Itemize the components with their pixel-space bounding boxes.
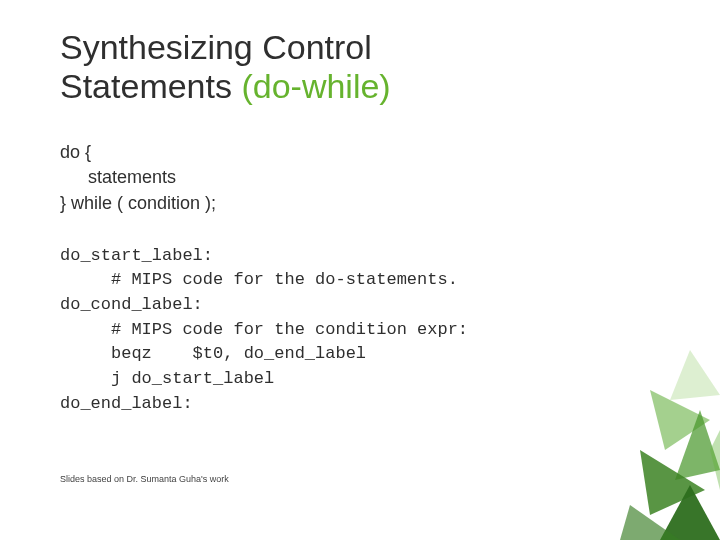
pseudocode-block: do { statements } while ( condition );	[60, 140, 660, 216]
svg-marker-3	[640, 450, 705, 515]
svg-marker-2	[675, 410, 720, 480]
title-line-2-accent: (do-while)	[241, 67, 390, 105]
svg-marker-4	[660, 485, 720, 540]
svg-marker-6	[710, 430, 720, 490]
pseudo-line-3: } while ( condition );	[60, 191, 660, 216]
pseudo-line-1: do {	[60, 140, 660, 165]
slide-title: Synthesizing Control Statements (do-whil…	[60, 28, 660, 106]
slide: Synthesizing Control Statements (do-whil…	[0, 0, 720, 540]
mips-code-block: do_start_label: # MIPS code for the do-s…	[60, 244, 660, 416]
title-line-2-plain: Statements	[60, 67, 241, 105]
attribution-footer: Slides based on Dr. Sumanta Guha's work	[60, 474, 229, 484]
svg-marker-5	[620, 505, 680, 540]
pseudo-line-2: statements	[60, 165, 176, 190]
svg-marker-0	[670, 350, 720, 400]
title-line-1: Synthesizing Control	[60, 28, 372, 66]
